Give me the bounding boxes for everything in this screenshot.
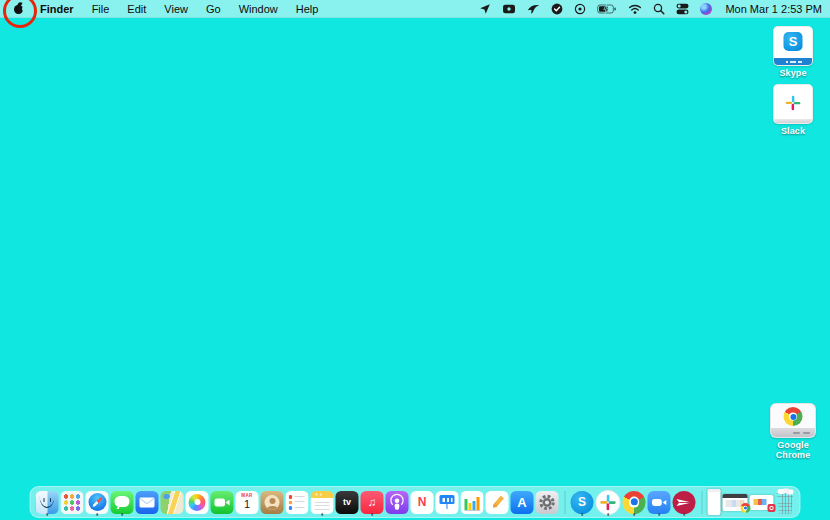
dock-item-slack[interactable] <box>596 487 621 517</box>
dock-item-numbers[interactable] <box>461 487 484 517</box>
paper-plane-glyph <box>673 491 696 514</box>
pages-pen <box>491 495 504 509</box>
battery-charging-icon[interactable] <box>591 3 622 15</box>
siri-icon[interactable] <box>694 3 717 15</box>
dock-item-tv[interactable]: tv <box>336 487 359 517</box>
chrome-badge-icon <box>740 503 750 513</box>
video-camera-glyph <box>211 491 234 514</box>
dock-item-pages[interactable] <box>486 487 509 517</box>
dock-item-calendar[interactable]: MAR 1 <box>236 487 259 517</box>
dock-separator <box>701 491 702 514</box>
desktop-icon-slack[interactable]: Slack <box>765 84 821 136</box>
dock-item-google-chrome[interactable] <box>623 487 646 517</box>
dock-item-podcasts[interactable] <box>386 487 409 517</box>
drive-slot <box>803 432 810 434</box>
messages-icon <box>111 491 134 514</box>
slack-icon <box>596 490 621 515</box>
system-preferences-icon <box>536 491 559 514</box>
dock-item-zoom[interactable] <box>648 487 671 517</box>
keynote-icon <box>436 491 459 514</box>
dock-item-contacts[interactable] <box>261 487 284 517</box>
record-icon[interactable] <box>568 3 591 15</box>
dock-item-trash[interactable] <box>776 487 795 517</box>
apple-menu-icon[interactable] <box>12 2 25 15</box>
skype-dmg-band <box>774 58 812 65</box>
menu-view[interactable]: View <box>155 3 197 15</box>
dock-item-facetime[interactable] <box>211 487 234 517</box>
dock-item-safari[interactable] <box>86 487 109 517</box>
dock-item-finder[interactable] <box>36 487 59 517</box>
menu-file[interactable]: File <box>83 3 119 15</box>
trash-paper <box>777 489 784 494</box>
dock-item-keynote[interactable] <box>436 487 459 517</box>
apple-logo-bite <box>22 7 27 12</box>
menu-help[interactable]: Help <box>287 3 328 15</box>
dock-item-paper-plane-app[interactable] <box>673 487 696 517</box>
google-chrome-icon <box>623 491 646 514</box>
dock-item-news[interactable]: N <box>411 487 434 517</box>
menu-go[interactable]: Go <box>197 3 230 15</box>
zoom-camera-glyph <box>648 491 671 514</box>
spotlight-search-icon[interactable] <box>647 3 670 15</box>
dock-minimized-document-preview[interactable] <box>750 487 774 517</box>
minimized-browser-window <box>723 494 748 511</box>
paper-plane-app-icon <box>673 491 696 514</box>
mail-icon <box>136 491 159 514</box>
dock: MAR 1 tv ♫ N A <box>30 486 801 518</box>
calendar-icon: MAR 1 <box>236 491 259 514</box>
shield-check-icon[interactable] <box>545 3 568 15</box>
menu-finder[interactable]: Finder <box>31 3 83 15</box>
menu-bar: Finder File Edit View Go Window Help <box>0 0 830 18</box>
siri-orb <box>700 3 712 15</box>
minimized-preview-window <box>750 495 774 510</box>
screen-mirroring-icon[interactable] <box>496 3 521 15</box>
dock-item-notes[interactable] <box>311 487 334 517</box>
gear-icon <box>536 491 559 514</box>
slack-dmg-edge <box>774 119 812 123</box>
dock-item-system-preferences[interactable] <box>536 487 559 517</box>
menu-edit[interactable]: Edit <box>118 3 155 15</box>
menu-bar-status: Mon Mar 1 2:53 PM <box>473 3 830 15</box>
skype-logo: S <box>784 32 803 51</box>
zoom-icon <box>648 491 671 514</box>
skype-icon: S <box>571 491 594 514</box>
control-center-icon[interactable] <box>670 3 694 15</box>
dock-minimized-chrome-window[interactable] <box>723 487 748 517</box>
menu-window[interactable]: Window <box>230 3 287 15</box>
finder-face <box>43 498 45 503</box>
dock-item-music[interactable]: ♫ <box>361 487 384 517</box>
chrome-logo <box>784 407 803 426</box>
slack-pinwheel <box>597 491 620 514</box>
desktop-icon-google-chrome[interactable]: Google Chrome <box>765 403 821 460</box>
desktop-icon-label: Slack <box>765 126 821 136</box>
launchpad-icon <box>61 491 84 514</box>
dock-minimized-text-document[interactable] <box>708 487 721 517</box>
contact-silhouette <box>265 495 280 510</box>
minimized-document-window <box>708 489 721 515</box>
menu-bar-clock[interactable]: Mon Mar 1 2:53 PM <box>717 3 822 15</box>
dock-item-skype[interactable]: S <box>571 487 594 517</box>
dock-item-app-store[interactable]: A <box>511 487 534 517</box>
pages-icon <box>486 491 509 514</box>
desktop-icon-skype[interactable]: S Skype <box>765 26 821 78</box>
chat-bubble <box>115 496 130 507</box>
trash-basket <box>776 492 795 514</box>
location-icon[interactable] <box>473 3 496 15</box>
dock-item-maps[interactable] <box>161 487 184 517</box>
bird-app-icon[interactable] <box>521 3 545 15</box>
music-icon: ♫ <box>361 491 384 514</box>
dock-item-mail[interactable] <box>136 487 159 517</box>
photos-icon <box>186 491 209 514</box>
dock-item-launchpad[interactable] <box>61 487 84 517</box>
dock-item-messages[interactable] <box>111 487 134 517</box>
dock-item-reminders[interactable] <box>286 487 309 517</box>
tv-icon: tv <box>336 491 359 514</box>
macos-desktop: { "menubar": { "app_name": "Finder", "me… <box>0 0 830 520</box>
desktop-icon-label: Google Chrome <box>765 440 821 460</box>
dock-item-photos[interactable] <box>186 487 209 517</box>
dock-separator <box>564 491 565 514</box>
podcasts-icon <box>386 491 409 514</box>
keynote-chart <box>442 498 452 503</box>
wifi-icon[interactable] <box>622 3 647 15</box>
chrome-drive-icon <box>770 403 816 438</box>
